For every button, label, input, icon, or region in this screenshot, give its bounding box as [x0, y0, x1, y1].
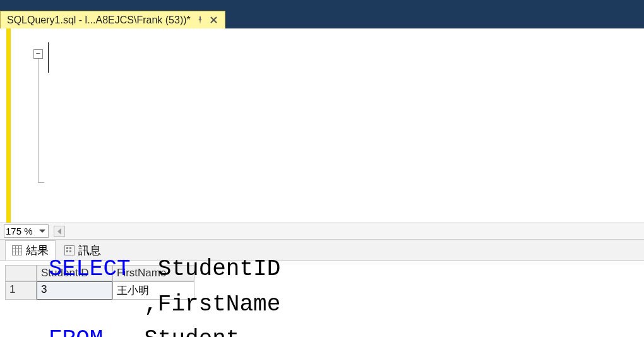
- tab-title: SQLQuery1.sql - l...A8EJCS\Frank (53))*: [7, 15, 191, 26]
- zoom-combo[interactable]: 175 %: [4, 224, 49, 238]
- fold-toggle[interactable]: −: [33, 49, 43, 59]
- change-indicator: [6, 28, 11, 223]
- current-line-highlight: [49, 40, 644, 75]
- chevron-down-icon: [39, 230, 45, 233]
- kw-select: SELECT: [49, 256, 131, 282]
- tab-results-label: 結果: [26, 243, 49, 258]
- tab-results[interactable]: 結果: [5, 240, 56, 260]
- code-text-3: Student: [103, 326, 239, 337]
- row-header-corner: [5, 265, 37, 281]
- sql-editor[interactable]: − SELECT StudentID ,FirstName FROM Stude…: [0, 28, 644, 223]
- code-text[interactable]: − SELECT StudentID ,FirstName FROM Stude…: [49, 28, 644, 223]
- code-text-2: ,FirstName: [49, 291, 280, 317]
- selection-margin: [0, 28, 6, 223]
- kw-from: FROM: [49, 326, 103, 337]
- title-bar-strip: [0, 0, 644, 9]
- zoom-value: 175 %: [6, 226, 33, 236]
- fold-guide-vertical: [38, 59, 39, 182]
- document-tab-active[interactable]: SQLQuery1.sql - l...A8EJCS\Frank (53))*: [0, 11, 225, 28]
- messages-icon: [64, 245, 75, 255]
- pin-icon[interactable]: [196, 16, 205, 25]
- code-text-1: StudentID: [131, 256, 281, 282]
- fold-guide-horizontal: [38, 182, 44, 183]
- text-caret: [48, 42, 49, 73]
- grid-icon: [12, 245, 22, 255]
- document-tab-strip: SQLQuery1.sql - l...A8EJCS\Frank (53))*: [0, 9, 644, 28]
- close-icon[interactable]: [210, 16, 218, 25]
- row-header-1[interactable]: 1: [5, 281, 37, 300]
- outline-margin: [11, 28, 49, 223]
